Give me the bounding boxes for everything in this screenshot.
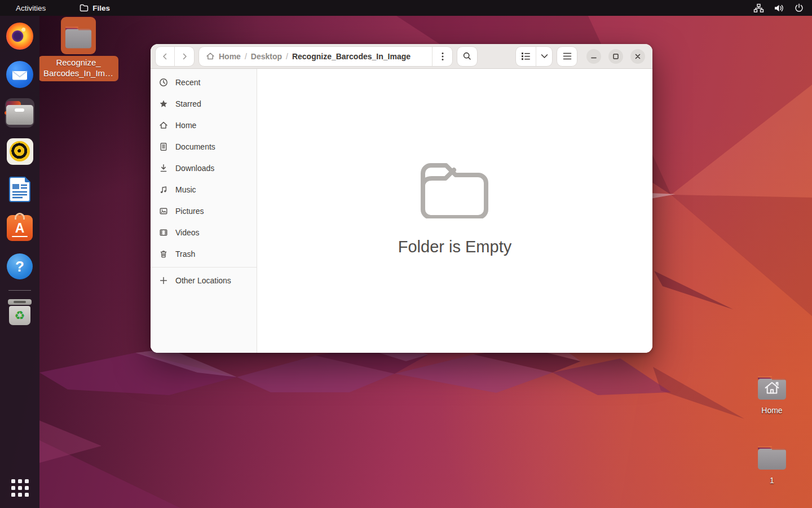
- desktop-icon-label: 1: [770, 475, 774, 485]
- thunderbird-icon: [6, 61, 33, 88]
- headerbar: Home / Desktop / Recognize_Barcodes_In_I…: [151, 44, 652, 69]
- sidebar: Recent Starred Home Documents Downloads: [151, 69, 257, 353]
- volume-icon[interactable]: [774, 3, 784, 13]
- path-menu-button[interactable]: [433, 47, 452, 66]
- recycle-glyph: ♻: [15, 309, 25, 322]
- search-button[interactable]: [457, 46, 478, 67]
- sidebar-separator: [151, 267, 257, 268]
- dock-thunderbird[interactable]: [4, 59, 36, 90]
- sidebar-item-downloads[interactable]: Downloads: [151, 157, 257, 179]
- sidebar-item-pictures[interactable]: Pictures: [151, 200, 257, 222]
- empty-folder-icon: [417, 159, 492, 218]
- files-window: Home / Desktop / Recognize_Barcodes_In_I…: [151, 44, 652, 353]
- dock-firefox[interactable]: [4, 20, 36, 52]
- show-applications-button[interactable]: [4, 472, 36, 503]
- maximize-button[interactable]: [608, 49, 623, 64]
- sidebar-item-trash[interactable]: Trash: [151, 243, 257, 265]
- path-separator: /: [286, 52, 288, 61]
- power-icon[interactable]: [794, 3, 804, 13]
- sidebar-item-other-locations[interactable]: Other Locations: [151, 270, 257, 291]
- top-bar: Activities Files: [0, 0, 812, 16]
- folder-content-area[interactable]: Folder is Empty: [257, 69, 652, 353]
- network-icon[interactable]: [753, 3, 764, 13]
- ubuntu-software-icon: A: [7, 215, 33, 241]
- path-segment-current[interactable]: Recognize_Barcodes_In_Image: [292, 52, 411, 61]
- system-tray: [753, 3, 804, 13]
- star-icon: [159, 99, 168, 108]
- close-button[interactable]: [630, 49, 645, 64]
- list-view-button[interactable]: [516, 47, 536, 66]
- nav-button-group: [155, 46, 195, 67]
- window-controls: [586, 49, 645, 64]
- trash-dock-icon: ♻: [8, 299, 32, 325]
- path-segment-desktop[interactable]: Desktop: [251, 52, 282, 61]
- dock-libreoffice-writer[interactable]: [4, 174, 36, 205]
- empty-state: Folder is Empty: [398, 159, 511, 256]
- sidebar-item-starred[interactable]: Starred: [151, 93, 257, 115]
- files-icon: [6, 101, 34, 125]
- files-app-icon: [80, 4, 89, 12]
- plus-icon: [159, 276, 168, 285]
- trash-icon: [159, 249, 168, 259]
- sidebar-item-recent[interactable]: Recent: [151, 72, 257, 93]
- firefox-icon: [6, 23, 33, 50]
- sidebar-item-home[interactable]: Home: [151, 115, 257, 136]
- path-separator: /: [245, 52, 247, 61]
- dock-rhythmbox[interactable]: [4, 135, 36, 167]
- sidebar-item-videos[interactable]: Videos: [151, 222, 257, 243]
- forward-button[interactable]: [175, 47, 194, 66]
- desktop-icon-label: Home: [761, 405, 782, 415]
- rhythmbox-icon: [7, 138, 33, 165]
- picture-icon: [159, 207, 168, 216]
- sidebar-item-music[interactable]: Music: [151, 179, 257, 200]
- video-icon: [159, 228, 168, 237]
- app-menu-button[interactable]: Files: [75, 3, 114, 14]
- dock-help[interactable]: ?: [4, 251, 36, 282]
- path-segment-home[interactable]: Home: [219, 52, 241, 61]
- activities-button[interactable]: Activities: [11, 3, 50, 14]
- home-icon: [206, 52, 215, 60]
- recent-icon: [159, 78, 168, 87]
- software-letter: A: [15, 221, 25, 236]
- home-folder-icon: [757, 373, 787, 400]
- back-button[interactable]: [156, 47, 175, 66]
- desktop-icon-folder-1[interactable]: 1: [752, 443, 792, 485]
- empty-state-title: Folder is Empty: [398, 238, 511, 256]
- dock-files[interactable]: [4, 97, 36, 129]
- app-menu-label: Files: [92, 4, 110, 12]
- music-icon: [159, 185, 168, 194]
- desktop-icon-recognize-barcodes[interactable]: Recognize_ Barcodes_In_Im…: [41, 17, 116, 81]
- show-applications-icon: [11, 479, 29, 497]
- dock: A ? ♻: [0, 16, 39, 508]
- libreoffice-writer-icon: [7, 177, 32, 203]
- dock-separator: [8, 290, 31, 291]
- minimize-button[interactable]: [586, 49, 601, 64]
- folder-icon: [64, 23, 92, 49]
- download-icon: [159, 164, 168, 173]
- main-menu-button[interactable]: [557, 46, 577, 67]
- help-icon: ?: [7, 253, 33, 279]
- sidebar-item-documents[interactable]: Documents: [151, 136, 257, 157]
- view-button-group: [515, 46, 553, 67]
- dock-ubuntu-software[interactable]: A: [4, 212, 36, 244]
- desktop-icon-home[interactable]: Home: [752, 373, 792, 415]
- home-icon: [159, 121, 168, 130]
- path-bar[interactable]: Home / Desktop / Recognize_Barcodes_In_I…: [198, 46, 453, 67]
- selected-icon-highlight: [61, 17, 96, 54]
- selected-icon-label: Recognize_ Barcodes_In_Im…: [38, 56, 118, 81]
- dock-trash[interactable]: ♻: [4, 296, 36, 328]
- window-body: Recent Starred Home Documents Downloads: [151, 69, 652, 353]
- document-icon: [159, 142, 168, 151]
- help-question-mark: ?: [15, 258, 24, 275]
- view-options-button[interactable]: [536, 47, 552, 66]
- folder-icon: [757, 443, 787, 470]
